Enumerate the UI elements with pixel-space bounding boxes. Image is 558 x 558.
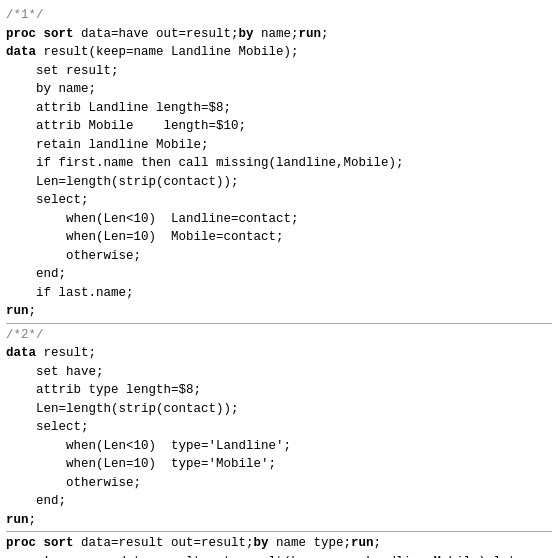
line-data-1: data result(keep=name Landline Mobile); bbox=[6, 43, 552, 62]
line-run-1: run; bbox=[6, 302, 552, 321]
line-by-1: by name; bbox=[6, 80, 552, 99]
line-set-2: set have; bbox=[6, 363, 552, 382]
line-when-4: when(Len=10) type='Mobile'; bbox=[6, 455, 552, 474]
line-otherwise-2: otherwise; bbox=[6, 474, 552, 493]
line-run-2: run; bbox=[6, 511, 552, 530]
line-if-last: if last.name; bbox=[6, 284, 552, 303]
line-select-2: select; bbox=[6, 418, 552, 437]
line-when-1: when(Len<10) Landline=contact; bbox=[6, 210, 552, 229]
line-proc-sort-2: proc sort data=result out=result;by name… bbox=[6, 534, 552, 553]
line-when-2: when(Len=10) Mobile=contact; bbox=[6, 228, 552, 247]
line-comment-2: /*2*/ bbox=[6, 326, 552, 345]
line-end-2: end; bbox=[6, 492, 552, 511]
line-end-1: end; bbox=[6, 265, 552, 284]
divider-2 bbox=[6, 531, 552, 532]
line-select-1: select; bbox=[6, 191, 552, 210]
line-attrib-3: attrib type length=$8; bbox=[6, 381, 552, 400]
line-attrib-2: attrib Mobile length=$10; bbox=[6, 117, 552, 136]
line-if-first: if first.name then call missing(landline… bbox=[6, 154, 552, 173]
line-proc-transpose: proc transpose data=result out=result(ke… bbox=[6, 553, 552, 559]
line-retain: retain landline Mobile; bbox=[6, 136, 552, 155]
line-comment-1: /*1*/ bbox=[6, 6, 552, 25]
line-when-3: when(Len<10) type='Landline'; bbox=[6, 437, 552, 456]
divider-1 bbox=[6, 323, 552, 324]
line-set-1: set result; bbox=[6, 62, 552, 81]
line-attrib-1: attrib Landline length=$8; bbox=[6, 99, 552, 118]
line-proc-sort-1: proc sort data=have out=result;by name;r… bbox=[6, 25, 552, 44]
line-data-2: data result; bbox=[6, 344, 552, 363]
line-len-2: Len=length(strip(contact)); bbox=[6, 400, 552, 419]
line-len-1: Len=length(strip(contact)); bbox=[6, 173, 552, 192]
line-otherwise-1: otherwise; bbox=[6, 247, 552, 266]
code-container: /*1*/ proc sort data=have out=result;by … bbox=[0, 0, 558, 558]
